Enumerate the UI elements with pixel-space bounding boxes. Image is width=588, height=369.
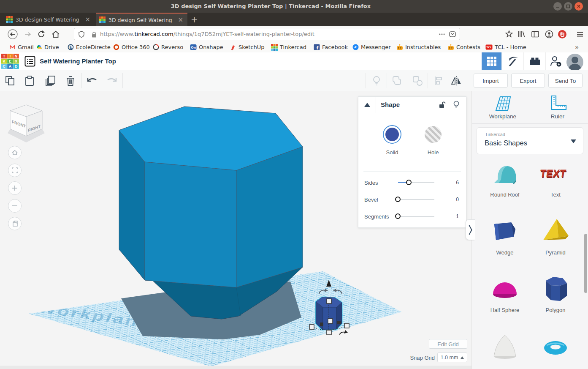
ruler-tool[interactable]: Ruler	[532, 94, 583, 120]
forward-button[interactable]	[22, 28, 34, 40]
toolbar-divider	[81, 73, 82, 88]
solid-option[interactable]	[383, 125, 401, 144]
shape-tile-torus[interactable]	[530, 332, 581, 365]
menu-hamburger-icon[interactable]	[574, 28, 586, 40]
account-icon[interactable]	[543, 28, 555, 40]
zoom-in-button[interactable]	[8, 181, 22, 195]
bookmark-drive[interactable]: Drive	[36, 42, 59, 52]
bookmark-tinkercad[interactable]: Tinkercad	[271, 42, 306, 52]
browser-tab-2-active[interactable]: 3D design Self Watering ×	[96, 13, 187, 26]
send-to-button[interactable]: Send To	[548, 74, 583, 87]
bookmark-reverso[interactable]: Reverso	[153, 42, 183, 52]
design-title[interactable]: Self Watering Planter Top	[40, 52, 116, 70]
bookmark-gmail[interactable]: Gmail	[9, 42, 34, 52]
new-tab-button[interactable]: +	[191, 14, 198, 25]
pocket-icon[interactable]	[449, 30, 456, 38]
shape-tile-wedge[interactable]: Wedge	[480, 216, 530, 256]
window-minimize-button[interactable]	[553, 2, 562, 11]
tab-close-icon[interactable]: ×	[83, 16, 92, 23]
adblock-stop-icon[interactable]	[556, 28, 568, 40]
svg-text:TEXT: TEXT	[540, 167, 567, 179]
sides-slider-track[interactable]	[398, 182, 434, 183]
bevel-slider-track[interactable]	[398, 199, 434, 200]
redo-button[interactable]	[106, 74, 118, 87]
page-actions-icon[interactable]	[439, 31, 445, 38]
bookmark-contests[interactable]: Contests	[447, 42, 480, 52]
duplicate-button[interactable]	[44, 74, 57, 87]
tracking-protection-icon[interactable]	[78, 30, 85, 38]
shape-tile-text[interactable]: TEXT TEXT Text	[530, 159, 581, 198]
invite-collaborator-button[interactable]	[545, 52, 565, 70]
bookmark-instructables[interactable]: Instructables	[396, 42, 441, 52]
user-avatar[interactable]	[566, 53, 584, 71]
sides-slider-thumb[interactable]	[406, 180, 412, 185]
tab-close-icon[interactable]: ×	[176, 17, 185, 23]
delete-button[interactable]	[64, 74, 77, 87]
rotate-handle-bottom[interactable]	[340, 330, 348, 335]
window-maximize-button[interactable]	[564, 2, 572, 11]
back-button[interactable]	[7, 28, 19, 40]
minecraft-export-button[interactable]	[501, 52, 524, 70]
bookmark-sketchup[interactable]: SketchUp	[230, 42, 265, 52]
bookmark-messenger[interactable]: Messenger	[352, 42, 391, 52]
bookmark-onshape[interactable]: On Onshape	[190, 42, 223, 52]
edit-grid-button[interactable]: Edit Grid	[429, 339, 467, 349]
bookmark-star-icon[interactable]	[503, 28, 515, 40]
import-button[interactable]: Import	[474, 74, 508, 87]
bookmarks-overflow-chevron[interactable]: »	[575, 42, 579, 52]
shape-tile-pyramid[interactable]: Pyramid	[530, 216, 581, 256]
url-bar[interactable]: https://www.tinkercad.com/things/1q7D52m…	[74, 28, 460, 40]
bevel-slider-thumb[interactable]	[395, 197, 401, 202]
workplane-tool[interactable]: Workplane	[477, 94, 528, 120]
shape-tile-round-roof[interactable]: Round Roof	[480, 159, 530, 198]
url-text[interactable]: https://www.tinkercad.com/things/1q7D52m…	[100, 31, 439, 37]
align-button[interactable]	[432, 74, 444, 87]
bookmark-tcl[interactable]: TCL TCL - Home	[485, 42, 526, 52]
sidebars-icon[interactable]	[529, 28, 541, 40]
bookmark-facebook[interactable]: f Facebook	[314, 42, 348, 52]
shape-tile-polygon[interactable]: Polygon	[530, 274, 581, 313]
window-titlebar[interactable]: 3D design Self Watering Planter Top | Ti…	[0, 0, 588, 13]
library-icon[interactable]	[515, 28, 527, 40]
undo-button[interactable]	[86, 74, 98, 87]
svg-text:TCL: TCL	[486, 46, 491, 49]
tinkercad-logo[interactable]: T I N K E R C A D	[1, 54, 19, 69]
svg-text:C: C	[3, 64, 5, 68]
hole-option[interactable]	[425, 126, 442, 143]
shape-tile-half-sphere[interactable]: Half Sphere	[480, 274, 530, 313]
blocks-view-button[interactable]	[482, 52, 501, 70]
home-button[interactable]	[50, 28, 62, 40]
browser-tab-1[interactable]: 3D design Self Watering ×	[3, 13, 95, 26]
perspective-toggle-button[interactable]	[8, 217, 22, 230]
bookmark-office360[interactable]: Office 360	[113, 42, 150, 52]
zoom-out-button[interactable]	[8, 199, 22, 213]
bookmark-ecoledirecte[interactable]: E EcoleDirecte	[68, 42, 111, 52]
unlock-icon[interactable]	[438, 101, 446, 109]
paste-button[interactable]	[23, 74, 36, 87]
reload-button[interactable]	[35, 28, 47, 40]
mirror-button[interactable]	[450, 74, 463, 87]
copy-button[interactable]	[4, 74, 16, 87]
sidebar-scrollbar-thumb[interactable]	[584, 234, 587, 293]
show-all-button[interactable]	[370, 74, 383, 87]
hide-shape-lightbulb-icon[interactable]	[452, 100, 461, 109]
view-cube[interactable]: FRONT RIGHT	[8, 103, 46, 145]
brick-export-button[interactable]	[523, 52, 546, 70]
shape-library-dropdown[interactable]: Tinkercad Basic Shapes	[477, 127, 583, 154]
collapse-panel-button[interactable]	[358, 97, 376, 113]
snap-grid-dropdown[interactable]: 1.0 mm	[437, 353, 467, 362]
ungroup-button[interactable]	[411, 74, 424, 87]
shape-tile-paraboloid[interactable]	[480, 332, 530, 365]
export-button[interactable]: Export	[511, 74, 545, 87]
segments-slider-thumb[interactable]	[395, 213, 401, 219]
lock-icon[interactable]	[91, 30, 98, 38]
design-viewport[interactable]: Workplane	[0, 91, 471, 369]
home-view-button[interactable]	[8, 146, 22, 159]
workplane-grid[interactable]: Workplane	[29, 266, 402, 366]
sidebar-collapse-tab[interactable]	[466, 219, 475, 240]
segments-slider-track[interactable]	[398, 216, 434, 217]
design-menu-button[interactable]	[24, 56, 35, 67]
window-close-button[interactable]	[574, 2, 583, 11]
group-button[interactable]	[391, 74, 404, 87]
fit-view-button[interactable]	[8, 164, 22, 177]
